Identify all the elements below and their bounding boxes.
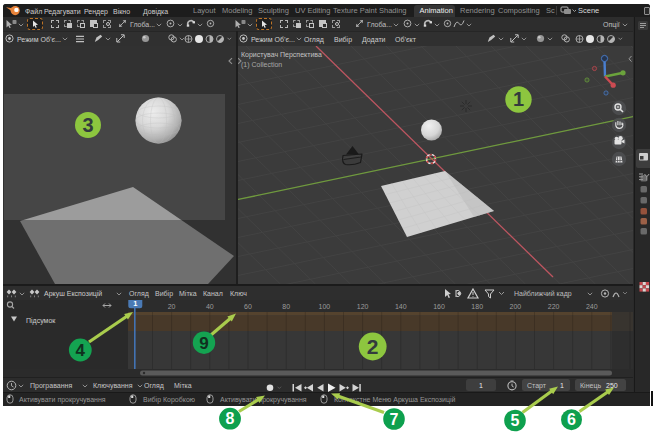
svg-text:8: 8 <box>226 410 235 427</box>
svg-text:9: 9 <box>199 334 208 353</box>
svg-text:6: 6 <box>567 411 576 428</box>
svg-text:7: 7 <box>390 411 399 428</box>
svg-text:5: 5 <box>511 412 520 429</box>
svg-text:2: 2 <box>367 335 379 358</box>
svg-text:3: 3 <box>82 114 93 136</box>
svg-text:4: 4 <box>76 341 86 360</box>
svg-text:1: 1 <box>513 88 524 110</box>
